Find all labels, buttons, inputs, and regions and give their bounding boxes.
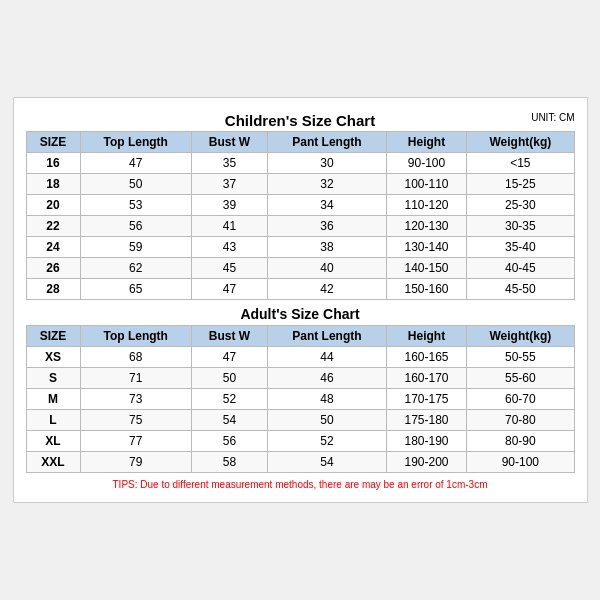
children-title-text: Children's Size Chart (225, 112, 375, 129)
table-cell: 52 (191, 389, 267, 410)
adult-title: Adult's Size Chart (26, 300, 575, 325)
children-col-bust-w: Bust W (191, 132, 267, 153)
table-cell: 43 (191, 237, 267, 258)
table-cell: 35 (191, 153, 267, 174)
table-row: XS684744160-16550-55 (26, 347, 574, 368)
table-cell: 32 (268, 174, 387, 195)
table-cell: 75 (80, 410, 191, 431)
table-cell: 90-100 (386, 153, 466, 174)
table-cell: 60-70 (467, 389, 574, 410)
table-row: 26624540140-15040-45 (26, 258, 574, 279)
table-cell: 42 (268, 279, 387, 300)
table-cell: 80-90 (467, 431, 574, 452)
table-cell: 26 (26, 258, 80, 279)
table-cell: S (26, 368, 80, 389)
table-row: 1647353090-100<15 (26, 153, 574, 174)
table-cell: 39 (191, 195, 267, 216)
table-cell: 34 (268, 195, 387, 216)
table-cell: 30-35 (467, 216, 574, 237)
table-cell: 58 (191, 452, 267, 473)
table-cell: 41 (191, 216, 267, 237)
table-row: XL775652180-19080-90 (26, 431, 574, 452)
table-cell: 150-160 (386, 279, 466, 300)
adult-title-text: Adult's Size Chart (240, 306, 359, 322)
table-cell: XXL (26, 452, 80, 473)
table-row: M735248170-17560-70 (26, 389, 574, 410)
table-row: 18503732100-11015-25 (26, 174, 574, 195)
adult-col-height: Height (386, 326, 466, 347)
table-cell: 160-170 (386, 368, 466, 389)
unit-label: UNIT: CM (531, 112, 574, 123)
table-row: 22564136120-13030-35 (26, 216, 574, 237)
table-cell: 38 (268, 237, 387, 258)
table-cell: 59 (80, 237, 191, 258)
table-cell: 71 (80, 368, 191, 389)
table-cell: 140-150 (386, 258, 466, 279)
table-cell: 52 (268, 431, 387, 452)
adult-col-size: SIZE (26, 326, 80, 347)
chart-container: Children's Size Chart UNIT: CM SIZE Top … (13, 97, 588, 503)
table-cell: 56 (191, 431, 267, 452)
table-cell: 40 (268, 258, 387, 279)
table-cell: 24 (26, 237, 80, 258)
table-row: 28654742150-16045-50 (26, 279, 574, 300)
adult-col-top-length: Top Length (80, 326, 191, 347)
table-cell: 44 (268, 347, 387, 368)
table-cell: 50 (191, 368, 267, 389)
table-cell: 65 (80, 279, 191, 300)
table-row: L755450175-18070-80 (26, 410, 574, 431)
table-cell: 170-175 (386, 389, 466, 410)
table-row: S715046160-17055-60 (26, 368, 574, 389)
table-cell: 45 (191, 258, 267, 279)
children-col-weight: Weight(kg) (467, 132, 574, 153)
adult-col-bust-w: Bust W (191, 326, 267, 347)
table-cell: XS (26, 347, 80, 368)
table-cell: 45-50 (467, 279, 574, 300)
table-cell: 16 (26, 153, 80, 174)
table-cell: 18 (26, 174, 80, 195)
table-cell: 25-30 (467, 195, 574, 216)
table-cell: 73 (80, 389, 191, 410)
tips-text: TIPS: Due to different measurement metho… (26, 479, 575, 490)
adult-col-weight: Weight(kg) (467, 326, 574, 347)
table-cell: 130-140 (386, 237, 466, 258)
children-size-table: SIZE Top Length Bust W Pant Length Heigh… (26, 131, 575, 300)
table-cell: 46 (268, 368, 387, 389)
children-table-body: 1647353090-100<1518503732100-11015-25205… (26, 153, 574, 300)
table-cell: 175-180 (386, 410, 466, 431)
table-cell: 22 (26, 216, 80, 237)
adult-size-table: SIZE Top Length Bust W Pant Length Heigh… (26, 325, 575, 473)
table-cell: 160-165 (386, 347, 466, 368)
table-cell: 15-25 (467, 174, 574, 195)
children-col-height: Height (386, 132, 466, 153)
adult-col-pant-length: Pant Length (268, 326, 387, 347)
table-cell: 190-200 (386, 452, 466, 473)
adult-table-body: XS684744160-16550-55S715046160-17055-60M… (26, 347, 574, 473)
table-cell: 30 (268, 153, 387, 174)
table-cell: 48 (268, 389, 387, 410)
table-cell: 56 (80, 216, 191, 237)
table-cell: 120-130 (386, 216, 466, 237)
table-cell: 77 (80, 431, 191, 452)
table-cell: 50 (268, 410, 387, 431)
table-cell: 47 (80, 153, 191, 174)
table-cell: 47 (191, 347, 267, 368)
table-row: 24594338130-14035-40 (26, 237, 574, 258)
table-cell: 47 (191, 279, 267, 300)
table-cell: 54 (268, 452, 387, 473)
table-cell: 100-110 (386, 174, 466, 195)
adult-table-header: SIZE Top Length Bust W Pant Length Heigh… (26, 326, 574, 347)
table-cell: 40-45 (467, 258, 574, 279)
table-cell: 36 (268, 216, 387, 237)
table-cell: 180-190 (386, 431, 466, 452)
table-cell: 79 (80, 452, 191, 473)
table-cell: 90-100 (467, 452, 574, 473)
table-cell: 50 (80, 174, 191, 195)
table-cell: 110-120 (386, 195, 466, 216)
table-cell: M (26, 389, 80, 410)
children-col-pant-length: Pant Length (268, 132, 387, 153)
table-cell: 55-60 (467, 368, 574, 389)
table-row: XXL795854190-20090-100 (26, 452, 574, 473)
children-col-top-length: Top Length (80, 132, 191, 153)
table-cell: 68 (80, 347, 191, 368)
